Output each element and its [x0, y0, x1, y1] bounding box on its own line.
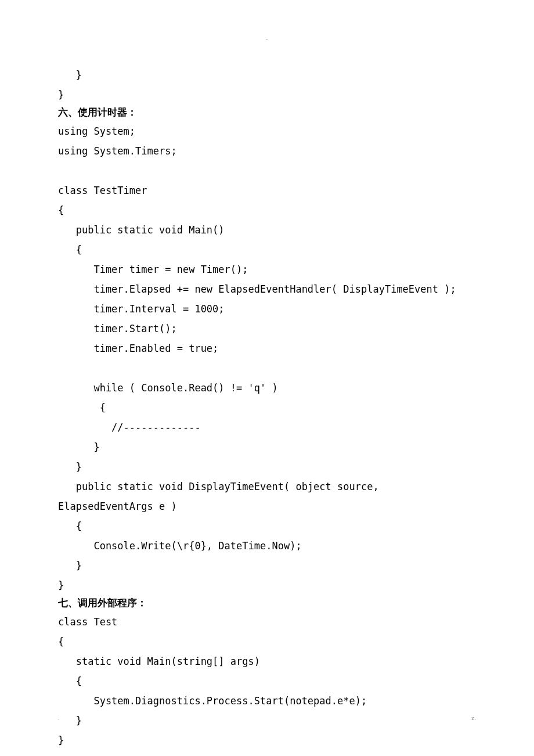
code-line: timer.Interval = 1000; — [58, 299, 476, 319]
code-line: } — [58, 437, 476, 457]
code-line: timer.Enabled = true; — [58, 339, 476, 358]
code-line: } — [58, 575, 476, 595]
code-line: } — [58, 65, 476, 85]
code-line: { — [58, 398, 476, 417]
code-line: { — [58, 240, 476, 260]
code-line: //------------- — [58, 417, 476, 437]
code-line — [58, 161, 476, 181]
code-line — [58, 358, 476, 378]
document-page: - }}六、使用计时器：using System;using System.Ti… — [0, 0, 534, 756]
code-line: public static void DisplayTimeEvent( obj… — [58, 477, 476, 496]
code-line: timer.Start(); — [58, 319, 476, 339]
code-line: timer.Elapsed += new ElapsedEventHandler… — [58, 279, 476, 299]
code-line: class Test — [58, 612, 476, 632]
code-line: class TestTimer — [58, 181, 476, 200]
code-line: } — [58, 556, 476, 575]
code-line: System.Diagnostics.Process.Start(notepad… — [58, 691, 476, 711]
footer-right: z. — [471, 714, 476, 721]
code-line: { — [58, 200, 476, 220]
code-line: Console.Write(\r{0}, DateTime.Now); — [58, 536, 476, 556]
code-line: using System.Timers; — [58, 141, 476, 161]
code-line: { — [58, 671, 476, 691]
section-heading: 七、调用外部程序： — [58, 595, 476, 612]
header-mark: - — [58, 35, 476, 42]
code-line: using System; — [58, 121, 476, 141]
code-line: } — [58, 730, 476, 750]
code-line: static void Main(string[] args) — [58, 651, 476, 671]
code-line: { — [58, 632, 476, 651]
content-body: }}六、使用计时器：using System;using System.Time… — [58, 65, 476, 750]
code-line: public static void Main() — [58, 220, 476, 240]
code-line: Timer timer = new Timer(); — [58, 260, 476, 279]
code-line: ElapsedEventArgs e ) — [58, 496, 476, 516]
code-line: } — [58, 85, 476, 105]
page-footer: . z. — [58, 714, 476, 721]
code-line: while ( Console.Read() != 'q' ) — [58, 378, 476, 398]
footer-left: . — [58, 714, 60, 721]
code-line: } — [58, 457, 476, 477]
section-heading: 六、使用计时器： — [58, 105, 476, 121]
code-line: { — [58, 516, 476, 536]
